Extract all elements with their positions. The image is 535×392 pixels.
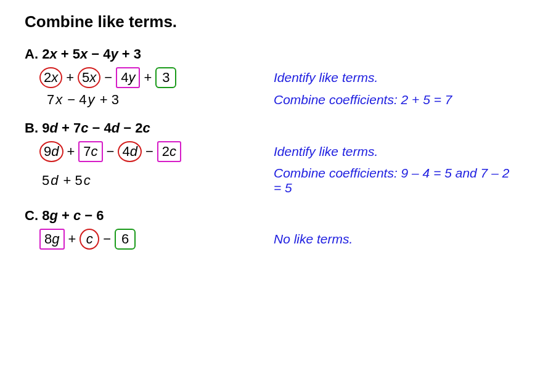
term-6: 6 xyxy=(115,229,136,250)
note-combine-a: Combine coefficients: 2 + 5 = 7 xyxy=(274,92,510,107)
term-7c: 7c xyxy=(78,141,102,162)
problem-b-marked-row: 9d + 7c − 4d − 2c Identify like terms. xyxy=(39,141,510,162)
op-plus: + xyxy=(63,70,76,86)
note-combine-b: Combine coefficients: 9 – 4 = 5 and 7 – … xyxy=(274,166,510,195)
problem-c: C. 8g + c − 6 8g + c − 6 No like terms. xyxy=(25,208,510,250)
term-5x: 5x xyxy=(78,67,100,88)
term-9d: 9d xyxy=(39,141,63,162)
term-3: 3 xyxy=(155,67,176,88)
op-minus: − xyxy=(104,144,117,160)
problem-c-marked-row: 8g + c − 6 No like terms. xyxy=(39,229,510,250)
op-plus: + xyxy=(66,231,79,247)
term-8g: 8g xyxy=(39,229,65,250)
problem-a-result: 7x − 4y + 3 xyxy=(39,92,237,108)
problem-a-result-row: 7x − 4y + 3 Combine coefficients: 2 + 5 … xyxy=(39,92,510,108)
problem-b-expr: 9d + 7c − 4d − 2c xyxy=(42,120,150,136)
problem-b-header: B. 9d + 7c − 4d − 2c xyxy=(25,120,510,136)
problem-b: B. 9d + 7c − 4d − 2c 9d + 7c − 4d − 2c I… xyxy=(25,120,510,195)
problem-a-header: A. 2x + 5x − 4y + 3 xyxy=(25,46,510,62)
page-title: Combine like terms. xyxy=(25,12,510,31)
op-plus: + xyxy=(65,144,78,160)
problem-a: A. 2x + 5x − 4y + 3 2x + 5x − 4y + 3 Ide… xyxy=(25,46,510,108)
note-no-like-terms: No like terms. xyxy=(274,232,510,247)
note-identify-b: Identify like terms. xyxy=(274,144,510,159)
problem-c-header: C. 8g + c − 6 xyxy=(25,208,510,224)
problem-a-marked-row: 2x + 5x − 4y + 3 Identify like terms. xyxy=(39,67,510,88)
op-minus: − xyxy=(143,144,156,160)
term-4y: 4y xyxy=(116,67,140,88)
term-2c: 2c xyxy=(157,141,181,162)
problem-b-marked-expr: 9d + 7c − 4d − 2c xyxy=(39,141,237,162)
term-4d: 4d xyxy=(118,141,142,162)
problem-b-label: B. xyxy=(25,120,38,136)
term-2x: 2x xyxy=(39,67,62,88)
problem-c-marked-expr: 8g + c − 6 xyxy=(39,229,237,250)
op-minus: − xyxy=(100,231,113,247)
problem-a-expr: 2x + 5x − 4y + 3 xyxy=(42,46,141,62)
problem-b-result-row: 5d + 5c Combine coefficients: 9 – 4 = 5 … xyxy=(39,166,510,195)
op-minus: − xyxy=(102,70,115,86)
problem-c-expr: 8g + c − 6 xyxy=(42,208,104,223)
note-identify-a: Identify like terms. xyxy=(274,70,510,85)
op-plus: + xyxy=(141,70,154,86)
problem-c-label: C. xyxy=(25,208,38,223)
term-c: c xyxy=(80,229,99,250)
problem-a-marked-expr: 2x + 5x − 4y + 3 xyxy=(39,67,237,88)
problem-b-result: 5d + 5c xyxy=(39,173,237,189)
problem-a-label: A. xyxy=(25,46,38,62)
